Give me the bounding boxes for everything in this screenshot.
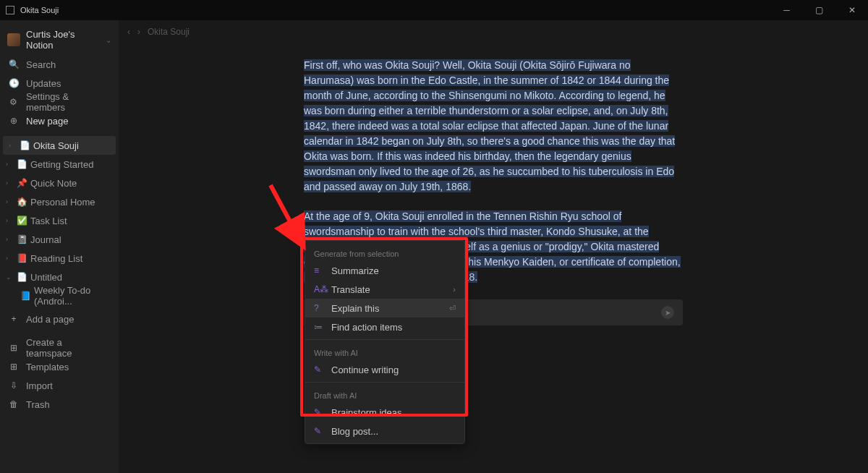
sidebar-page-getting-started[interactable]: › 📄 Getting Started bbox=[0, 155, 119, 174]
chevron-right-icon[interactable]: › bbox=[6, 161, 13, 168]
sidebar-page-reading-list[interactable]: › 📕 Reading List bbox=[0, 249, 119, 268]
download-icon: ⇩ bbox=[9, 380, 19, 391]
search-item[interactable]: 🔍 Search bbox=[0, 55, 119, 74]
workspace-name: Curtis Joe's Notion bbox=[26, 29, 100, 51]
create-teamspace-item[interactable]: ⊞ Create a teamspace bbox=[0, 338, 119, 357]
search-label: Search bbox=[26, 59, 56, 70]
pencil-icon: ✎ bbox=[314, 365, 324, 375]
back-button[interactable]: ‹ bbox=[127, 27, 130, 37]
minimize-button[interactable]: ─ bbox=[770, 0, 803, 20]
ai-menu-label: Blog post... bbox=[331, 426, 378, 437]
sidebar-page-untitled[interactable]: ⌄ 📄 Untitled bbox=[0, 268, 119, 286]
sidebar-page-journal[interactable]: › 📓 Journal bbox=[0, 230, 119, 249]
import-label: Import bbox=[26, 380, 53, 391]
ai-menu-label: Find action items bbox=[331, 322, 402, 333]
ai-submit-button[interactable]: ➤ bbox=[661, 306, 674, 319]
plus-circle-icon: ⊕ bbox=[9, 116, 19, 126]
templates-label: Templates bbox=[26, 362, 69, 372]
book-icon: 📕 bbox=[16, 253, 27, 263]
maximize-button[interactable]: ▢ bbox=[803, 0, 835, 20]
search-icon: 🔍 bbox=[9, 59, 19, 69]
ai-menu-explain[interactable]: ? Explain this ⏎ bbox=[305, 299, 464, 318]
ai-menu-continue[interactable]: ✎ Continue writing bbox=[305, 360, 464, 379]
chevron-right-icon[interactable]: › bbox=[6, 236, 13, 243]
import-item[interactable]: ⇩ Import bbox=[0, 376, 119, 395]
teamspace-label: Create a teamspace bbox=[26, 337, 110, 359]
page-label: Okita Souji bbox=[33, 140, 79, 151]
sidebar-page-task-list[interactable]: › ✅ Task List bbox=[0, 211, 119, 230]
ai-menu-summarize[interactable]: ≡ Summarize bbox=[305, 261, 464, 280]
add-page-item[interactable]: + Add a page bbox=[0, 310, 119, 328]
chevron-right-icon[interactable]: › bbox=[9, 142, 16, 149]
settings-item[interactable]: ⚙ Settings & members bbox=[0, 93, 119, 111]
page-list: › 📄 Okita Souji › 📄 Getting Started › 📌 … bbox=[0, 136, 119, 328]
pencil-icon: ✎ bbox=[314, 426, 324, 436]
summarize-icon: ≡ bbox=[314, 265, 324, 276]
ai-menu-section-draft: Draft with AI bbox=[305, 385, 464, 403]
document-body[interactable]: First off, who was Okita Souji? Well, Ok… bbox=[119, 41, 868, 325]
ai-menu: Generate from selection ≡ Summarize A⁂ T… bbox=[305, 240, 465, 444]
enter-icon: ⏎ bbox=[449, 304, 456, 313]
pin-icon: 📌 bbox=[16, 178, 27, 188]
check-icon: ✅ bbox=[16, 216, 27, 226]
ai-menu-section-write: Write with AI bbox=[305, 343, 464, 360]
updates-label: Updates bbox=[26, 78, 61, 89]
chevron-down-icon: ⌄ bbox=[106, 36, 111, 44]
ai-menu-label: Summarize bbox=[331, 265, 379, 276]
ai-menu-action-items[interactable]: ≔ Find action items bbox=[305, 318, 464, 336]
avatar bbox=[7, 33, 20, 46]
page-label: Untitled bbox=[30, 272, 62, 283]
page-label: Getting Started bbox=[30, 159, 93, 170]
chevron-right-icon[interactable]: › bbox=[6, 198, 13, 205]
templates-icon: ⊞ bbox=[9, 362, 19, 372]
chevron-right-icon[interactable]: › bbox=[6, 217, 13, 224]
templates-item[interactable]: ⊞ Templates bbox=[0, 357, 119, 376]
question-icon: ? bbox=[314, 303, 324, 313]
new-page-item[interactable]: ⊕ New page bbox=[0, 111, 119, 130]
trash-item[interactable]: 🗑 Trash bbox=[0, 395, 119, 414]
home-icon: 🏠 bbox=[16, 197, 27, 207]
page-label: Personal Home bbox=[30, 197, 95, 208]
selected-paragraph-1[interactable]: First off, who was Okita Souji? Well, Ok… bbox=[304, 59, 675, 192]
title-bar: Okita Souji ─ ▢ ✕ bbox=[0, 0, 868, 20]
close-button[interactable]: ✕ bbox=[835, 0, 868, 20]
document-icon: 📄 bbox=[16, 272, 27, 282]
page-label: Journal bbox=[30, 234, 61, 245]
pencil-icon: ✎ bbox=[314, 407, 324, 417]
chevron-down-icon[interactable]: ⌄ bbox=[6, 273, 13, 281]
workspace-switcher[interactable]: Curtis Joe's Notion ⌄ bbox=[0, 25, 119, 55]
sidebar-page-personal-home[interactable]: › 🏠 Personal Home bbox=[0, 192, 119, 211]
ai-menu-label: Explain this bbox=[331, 303, 379, 314]
ai-menu-section-generate: Generate from selection bbox=[305, 244, 464, 261]
ai-menu-label: Continue writing bbox=[331, 365, 399, 375]
ai-menu-translate[interactable]: A⁂ Translate › bbox=[305, 280, 464, 299]
breadcrumb[interactable]: Okita Souji bbox=[148, 27, 190, 37]
document-icon: 📄 bbox=[16, 159, 27, 169]
plus-icon: + bbox=[9, 314, 19, 324]
teamspace-icon: ⊞ bbox=[9, 343, 19, 353]
page-label: Task List bbox=[30, 216, 67, 226]
sidebar-page-weekly-todo[interactable]: 📘 Weekly To-do (Androi... bbox=[0, 286, 119, 305]
updates-item[interactable]: 🕒 Updates bbox=[0, 74, 119, 93]
chevron-right-icon[interactable]: › bbox=[6, 179, 13, 187]
page-label: Reading List bbox=[30, 253, 82, 264]
ai-menu-brainstorm[interactable]: ✎ Brainstorm ideas... bbox=[305, 403, 464, 422]
settings-label: Settings & members bbox=[26, 91, 110, 113]
trash-icon: 🗑 bbox=[9, 399, 19, 409]
clock-icon: 🕒 bbox=[9, 78, 19, 88]
ai-menu-blog[interactable]: ✎ Blog post... bbox=[305, 422, 464, 440]
chevron-right-icon[interactable]: › bbox=[6, 255, 13, 262]
notebook-icon: 📓 bbox=[16, 234, 27, 244]
sidebar: Curtis Joe's Notion ⌄ 🔍 Search 🕒 Updates… bbox=[0, 20, 119, 473]
page-label: Quick Note bbox=[30, 178, 77, 189]
app-icon bbox=[6, 6, 14, 14]
book-icon: 📘 bbox=[20, 291, 31, 301]
forward-button[interactable]: › bbox=[137, 27, 140, 37]
divider bbox=[305, 339, 464, 340]
sidebar-page-quick-note[interactable]: › 📌 Quick Note bbox=[0, 174, 119, 192]
sidebar-page-okita[interactable]: › 📄 Okita Souji bbox=[3, 136, 116, 155]
translate-icon: A⁂ bbox=[314, 284, 324, 294]
ai-menu-label: Brainstorm ideas... bbox=[331, 407, 409, 418]
content-area: ‹ › Okita Souji First off, who was Okita… bbox=[119, 20, 868, 473]
window-title: Okita Souji bbox=[20, 6, 59, 14]
